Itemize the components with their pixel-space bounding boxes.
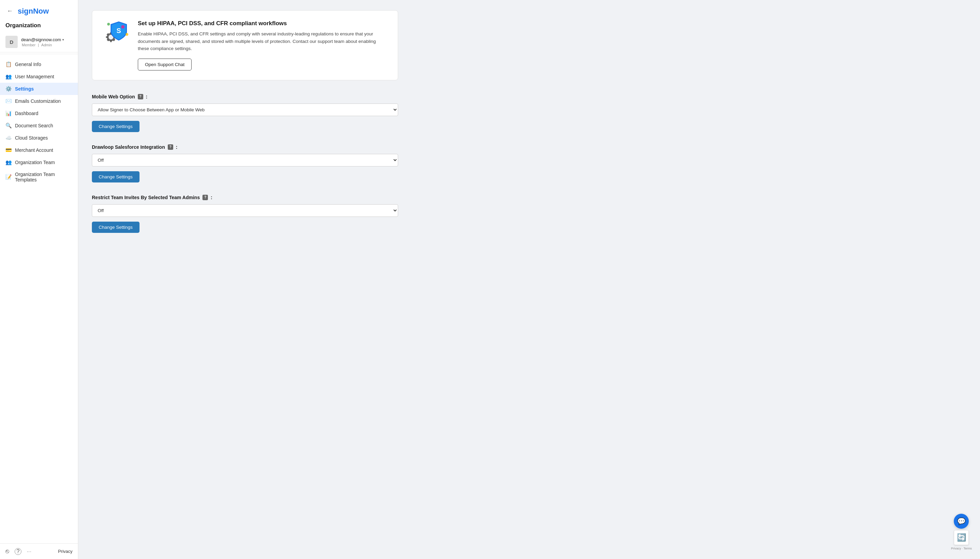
compliance-content: Set up HIPAA, PCI DSS, and CFR compliant… [138, 20, 388, 71]
settings-sections: Mobile Web Option ? : Allow Signer to Ch… [92, 94, 967, 233]
main-content: S Set up HIPAA, PCI DSS, and CFR complia… [78, 0, 980, 559]
sidebar-item-merchant-account[interactable]: 💳 Merchant Account [0, 144, 78, 156]
svg-rect-3 [110, 40, 112, 42]
app-logo: signNow [18, 7, 49, 16]
bottom-right-widget: 💬 🔄 Privacy · Terms [951, 514, 972, 551]
section-select-mobile-web-option[interactable]: Allow Signer to Choose Between App or Mo… [92, 104, 398, 116]
sidebar-item-label: Organization Team Templates [15, 172, 73, 182]
svg-point-11 [121, 25, 125, 28]
svg-text:S: S [116, 27, 121, 35]
sidebar-item-general-info[interactable]: 📋 General Info [0, 58, 78, 71]
user-management-icon: 👥 [5, 74, 12, 79]
compliance-card: S Set up HIPAA, PCI DSS, and CFR complia… [92, 10, 398, 80]
main-nav: 📋 General Info 👥 User Management ⚙️ Sett… [0, 56, 78, 188]
chat-widget-icon[interactable]: 💬 [954, 514, 969, 529]
chevron-down-icon: ▾ [62, 38, 64, 41]
sidebar-item-user-management[interactable]: 👥 User Management [0, 71, 78, 83]
user-info: dean@signnow.com ▾ Member | Admin [21, 37, 73, 47]
sidebar-item-label: Dashboard [15, 111, 38, 116]
change-settings-btn-drawloop-salesforce[interactable]: Change Settings [92, 171, 140, 182]
change-settings-btn-mobile-web-option[interactable]: Change Settings [92, 121, 140, 132]
privacy-terms-label: Privacy · Terms [951, 546, 972, 551]
org-title: Organization [0, 20, 78, 33]
compliance-description: Enable HIPAA, PCI DSS, and CFR settings … [138, 30, 388, 53]
cloud-storages-icon: ☁️ [5, 135, 12, 141]
compliance-icon: S [102, 20, 130, 47]
sidebar-item-organization-team[interactable]: 👥 Organization Team [0, 156, 78, 169]
dashboard-icon: 📊 [5, 110, 12, 116]
more-icon[interactable]: ··· [27, 549, 31, 554]
recaptcha-widget[interactable]: 🔄 [954, 530, 969, 545]
section-select-restrict-team-invites[interactable]: OffOn [92, 204, 398, 217]
sidebar-item-emails-customization[interactable]: ✉️ Emails Customization [0, 95, 78, 107]
sidebar-item-label: Merchant Account [15, 147, 53, 153]
logout-icon[interactable]: ⎋ [5, 548, 9, 555]
help-badge-mobile-web-option[interactable]: ? [138, 94, 143, 99]
user-card[interactable]: D dean@signnow.com ▾ Member | Admin [0, 33, 78, 53]
sidebar-header: ← signNow [0, 0, 78, 20]
sidebar-item-label: Emails Customization [15, 98, 61, 104]
document-search-icon: 🔍 [5, 122, 12, 129]
sidebar-item-label: General Info [15, 61, 41, 67]
back-button[interactable]: ← [5, 6, 14, 16]
merchant-account-icon: 💳 [5, 147, 12, 153]
sidebar-item-dashboard[interactable]: 📊 Dashboard [0, 107, 78, 119]
open-support-chat-button[interactable]: Open Support Chat [138, 59, 191, 71]
section-label-drawloop-salesforce: Drawloop Salesforce Integration ? : [92, 144, 398, 150]
section-drawloop-salesforce: Drawloop Salesforce Integration ? : OffO… [92, 144, 398, 182]
svg-point-12 [107, 23, 110, 26]
compliance-title: Set up HIPAA, PCI DSS, and CFR compliant… [138, 20, 388, 27]
sidebar: ← signNow Organization D dean@signnow.co… [0, 0, 78, 559]
help-icon[interactable]: ? [15, 548, 21, 555]
general-info-icon: 📋 [5, 61, 12, 68]
user-roles: Member | Admin [21, 43, 73, 47]
sidebar-item-document-search[interactable]: 🔍 Document Search [0, 119, 78, 132]
section-restrict-team-invites: Restrict Team Invites By Selected Team A… [92, 195, 398, 233]
organization-team-icon: 👥 [5, 159, 12, 165]
section-label-restrict-team-invites: Restrict Team Invites By Selected Team A… [92, 195, 398, 200]
section-select-drawloop-salesforce[interactable]: OffOn [92, 154, 398, 167]
sidebar-item-label: Settings [15, 86, 34, 92]
sidebar-footer: ⎋ ? ··· Privacy [0, 543, 78, 559]
sidebar-item-label: Document Search [15, 123, 53, 128]
user-email: dean@signnow.com ▾ [21, 37, 73, 42]
sidebar-item-label: Organization Team [15, 160, 55, 165]
nav-divider [0, 54, 78, 54]
help-badge-drawloop-salesforce[interactable]: ? [168, 144, 173, 150]
avatar: D [5, 36, 18, 48]
section-mobile-web-option: Mobile Web Option ? : Allow Signer to Ch… [92, 94, 398, 132]
change-settings-btn-restrict-team-invites[interactable]: Change Settings [92, 222, 140, 233]
organization-team-templates-icon: 📝 [5, 174, 12, 180]
sidebar-item-label: User Management [15, 74, 54, 79]
help-badge-restrict-team-invites[interactable]: ? [203, 195, 208, 200]
svg-rect-4 [106, 36, 108, 38]
sidebar-item-organization-team-templates[interactable]: 📝 Organization Team Templates [0, 169, 78, 185]
settings-icon: ⚙️ [5, 86, 12, 92]
sidebar-item-cloud-storages[interactable]: ☁️ Cloud Storages [0, 132, 78, 144]
section-label-mobile-web-option: Mobile Web Option ? : [92, 94, 398, 99]
svg-point-13 [125, 33, 128, 36]
emails-customization-icon: ✉️ [5, 98, 12, 104]
privacy-link[interactable]: Privacy [58, 549, 73, 554]
sidebar-item-settings[interactable]: ⚙️ Settings [0, 83, 78, 95]
sidebar-item-label: Cloud Storages [15, 135, 48, 141]
